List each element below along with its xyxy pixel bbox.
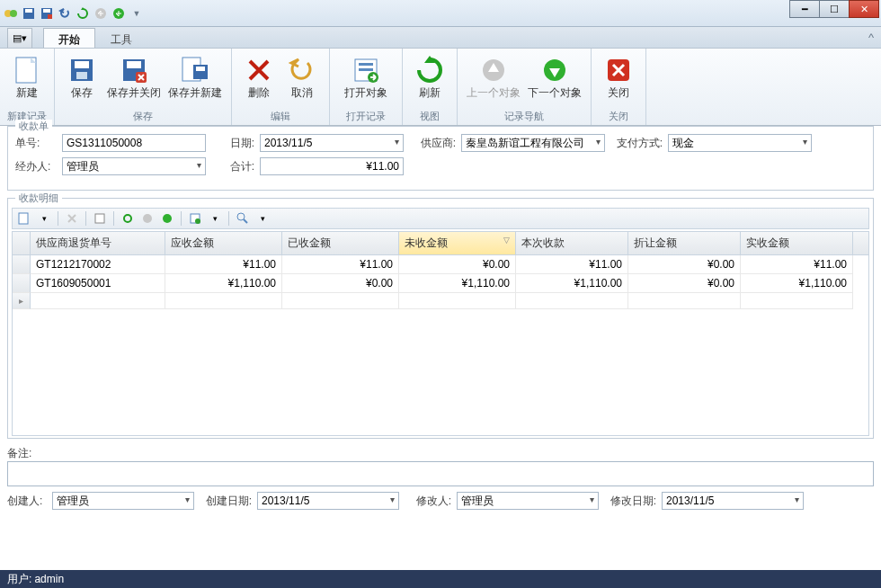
grid-new-dropdown-icon[interactable]: ▾ (36, 210, 52, 227)
cell-actual[interactable]: ¥11.00 (741, 255, 853, 274)
close-window-button[interactable]: ✕ (849, 0, 879, 18)
cell-due[interactable]: ¥1,110.00 (165, 274, 282, 293)
grid-open-icon[interactable] (92, 210, 108, 227)
createdate-input[interactable]: 2013/11/5 (257, 492, 399, 510)
paytype-input[interactable]: 现金 (668, 134, 812, 152)
cancel-button[interactable]: 取消 (280, 52, 324, 110)
grid-search-dropdown-icon[interactable]: ▾ (254, 210, 271, 227)
row-indicator (13, 255, 31, 274)
save-close-button[interactable]: 保存并关闭 (103, 52, 165, 110)
tab-start[interactable]: 开始 (43, 28, 95, 48)
billno-label: 单号: (15, 136, 57, 151)
total-input[interactable]: ¥11.00 (260, 157, 404, 175)
open-icon (352, 56, 380, 85)
new-button[interactable]: 新建 (5, 52, 49, 110)
svg-rect-15 (127, 61, 141, 68)
cell-due[interactable]: ¥11.00 (165, 255, 282, 274)
refresh-button[interactable]: 刷新 (408, 52, 451, 110)
modifier-input[interactable]: 管理员 (457, 492, 599, 510)
quick-next-icon[interactable] (111, 6, 126, 21)
col-discount[interactable]: 折让金额 (628, 232, 741, 254)
cell-returnno[interactable] (31, 293, 165, 309)
grid-export-dropdown-icon[interactable]: ▾ (207, 210, 223, 227)
cell-returnno[interactable]: GT1609050001 (31, 274, 165, 293)
grid-header-indicator[interactable] (13, 232, 31, 254)
table-row[interactable]: GT1609050001 ¥1,110.00 ¥0.00 ¥1,110.00 ¥… (13, 274, 868, 293)
supplier-input[interactable]: 秦皇岛新谊工程有限公司 (461, 134, 605, 152)
delete-button[interactable]: 删除 (237, 52, 280, 110)
prev-object-button[interactable]: 上一个对象 (463, 52, 524, 110)
table-row[interactable]: GT1212170002 ¥11.00 ¥11.00 ¥0.00 ¥11.00 … (13, 255, 868, 274)
cell-actual[interactable]: ¥1,110.00 (741, 274, 853, 293)
col-returnno[interactable]: 供应商退货单号 (31, 232, 165, 254)
svg-rect-30 (19, 213, 28, 224)
group-label-save: 保存 (133, 110, 153, 125)
grid-prev-icon[interactable] (139, 210, 156, 227)
col-due[interactable]: 应收金额 (165, 232, 282, 254)
minimize-button[interactable]: ━ (789, 0, 820, 18)
col-unreceived[interactable]: 未收金额▽ (399, 232, 516, 254)
col-actual[interactable]: 实收金额 (741, 232, 853, 254)
detail-grid: 供应商退货单号 应收金额 已收金额 未收金额▽ 本次收款 折让金额 实收金额 G… (12, 231, 869, 436)
cell-thispay[interactable]: ¥11.00 (516, 255, 628, 274)
date-input[interactable]: 2013/11/5 (260, 134, 404, 152)
ribbon-group-close: 关闭 关闭 (592, 49, 646, 125)
quick-saveclose-icon[interactable] (40, 6, 54, 21)
svg-rect-13 (76, 72, 87, 79)
grid-export-icon[interactable] (187, 210, 203, 227)
table-row-new[interactable]: ▸ (13, 293, 868, 309)
billno-input[interactable]: GS1311050008 (62, 134, 206, 152)
header-fieldset: 收款单 单号: GS1311050008 日期: 2013/11/5 供应商: … (7, 126, 874, 191)
col-thispay[interactable]: 本次收款 (516, 232, 628, 254)
tab-tools[interactable]: 工具 (95, 28, 147, 48)
save-new-button[interactable]: 保存并新建 (165, 52, 226, 110)
group-label-edit: 编辑 (271, 110, 290, 125)
app-icon (4, 6, 18, 21)
open-object-button[interactable]: 打开对象 (335, 52, 396, 110)
maximize-button[interactable]: ☐ (819, 0, 850, 18)
cell-discount[interactable]: ¥0.00 (628, 255, 741, 274)
quick-save-icon[interactable] (22, 6, 36, 21)
svg-point-36 (195, 218, 200, 224)
cell-thispay[interactable]: ¥1,110.00 (516, 274, 628, 293)
next-object-button[interactable]: 下一个对象 (524, 52, 585, 110)
ribbon-group-nav: 上一个对象 下一个对象 记录导航 (458, 49, 592, 125)
remark-input[interactable] (7, 461, 874, 486)
svg-rect-3 (25, 9, 32, 13)
cell-returnno[interactable]: GT1212170002 (31, 255, 165, 274)
svg-rect-19 (196, 67, 205, 71)
col-received[interactable]: 已收金额 (282, 232, 399, 254)
grid-new-icon[interactable] (16, 210, 32, 227)
filter-icon[interactable]: ▽ (503, 236, 510, 245)
new-icon (13, 56, 41, 85)
app-menu-button[interactable]: ▤▾ (7, 28, 32, 48)
grid-next-icon[interactable] (159, 210, 175, 227)
quick-prev-icon[interactable] (93, 6, 108, 21)
handler-input[interactable]: 管理员 (62, 157, 206, 175)
group-label-close: 关闭 (609, 110, 628, 125)
svg-rect-12 (75, 61, 89, 68)
svg-point-33 (143, 214, 152, 223)
save-button[interactable]: 保存 (60, 52, 103, 110)
refresh-icon (415, 56, 444, 85)
save-new-icon (181, 56, 209, 85)
creator-input[interactable]: 管理员 (52, 492, 194, 510)
grid-delete-icon[interactable] (64, 210, 80, 227)
ribbon-collapse-icon[interactable]: ^ (868, 31, 874, 44)
quick-access-toolbar: ▼ (4, 6, 144, 21)
cell-received[interactable]: ¥11.00 (282, 255, 399, 274)
close-button[interactable]: 关闭 (597, 52, 640, 110)
cell-unreceived[interactable]: ¥0.00 (399, 255, 516, 274)
modifydate-input[interactable]: 2013/11/5 (662, 492, 804, 510)
grid-search-icon[interactable] (235, 210, 251, 227)
cell-unreceived[interactable]: ¥1,110.00 (399, 274, 516, 293)
handler-label: 经办人: (15, 159, 57, 174)
cell-received[interactable]: ¥0.00 (282, 274, 399, 293)
quick-refresh-icon[interactable] (76, 6, 90, 21)
cell-discount[interactable]: ¥0.00 (628, 274, 741, 293)
quick-dropdown-icon[interactable]: ▼ (129, 6, 144, 21)
quick-undo-icon[interactable] (58, 6, 72, 21)
ribbon-tabs: ▤▾ 开始 工具 ^ (0, 27, 881, 49)
grid-refresh-icon[interactable] (120, 210, 136, 227)
title-bar: ▼ ━ ☐ ✕ (0, 0, 881, 27)
